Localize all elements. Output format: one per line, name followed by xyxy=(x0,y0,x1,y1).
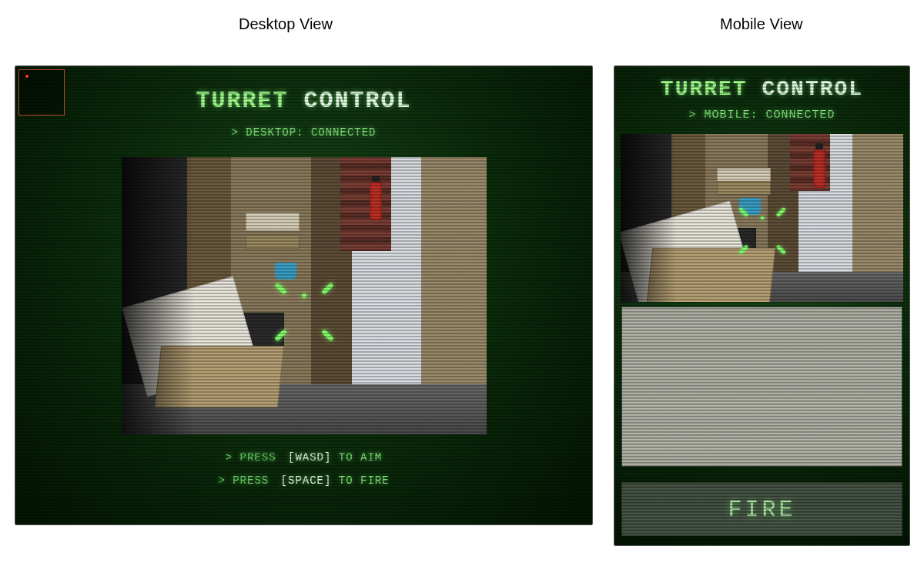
app-title-word1: TURRET xyxy=(196,88,288,114)
app-title-mobile-word1: TURRET xyxy=(661,77,748,101)
hint-aim-key: [WASD] xyxy=(288,451,331,464)
camera-scene xyxy=(122,157,487,434)
app-title: TURRET CONTROL xyxy=(15,88,592,114)
mobile-status-prefix: > MOBILE: xyxy=(688,109,758,122)
desktop-view-label: Desktop View xyxy=(239,15,333,33)
desktop-hints: > PRESS [WASD] TO AIM > PRESS [SPACE] TO… xyxy=(15,451,592,487)
hint-aim-suffix: TO AIM xyxy=(339,451,382,464)
hint-fire-prefix: > PRESS xyxy=(218,474,269,487)
app-title-word2: CONTROL xyxy=(304,88,412,114)
hint-aim: > PRESS [WASD] TO AIM xyxy=(15,451,592,464)
hint-fire-suffix: TO FIRE xyxy=(339,474,390,487)
app-title-mobile-word2: CONTROL xyxy=(762,77,864,101)
minimap[interactable] xyxy=(18,69,65,116)
mobile-panel: TURRET CONTROL > MOBILE: CONNECTED FI xyxy=(614,65,910,546)
minimap-marker-icon xyxy=(25,75,28,78)
camera-scene-mobile xyxy=(621,134,903,302)
app-title-mobile: TURRET CONTROL xyxy=(614,77,909,101)
fire-button[interactable]: FIRE xyxy=(621,482,902,536)
fire-extinguisher-icon xyxy=(370,182,382,220)
desktop-panel: TURRET CONTROL > DESKTOP: CONNECTED xyxy=(15,65,593,525)
desktop-status-value: CONNECTED xyxy=(311,126,377,139)
panel-divider xyxy=(621,473,902,476)
hint-fire: > PRESS [SPACE] TO FIRE xyxy=(15,474,592,487)
hint-fire-key: [SPACE] xyxy=(281,474,332,487)
mobile-status: > MOBILE: CONNECTED xyxy=(614,109,909,122)
desktop-status: > DESKTOP: CONNECTED xyxy=(15,126,592,139)
mobile-view-label: Mobile View xyxy=(720,15,802,33)
mobile-status-value: CONNECTED xyxy=(766,109,835,122)
hint-aim-prefix: > PRESS xyxy=(226,451,276,464)
desktop-status-prefix: > DESKTOP: xyxy=(231,126,303,139)
desktop-camera-feed[interactable] xyxy=(122,157,487,434)
mobile-camera-feed[interactable] xyxy=(621,134,903,302)
fire-extinguisher-icon xyxy=(813,149,825,188)
aim-touchpad[interactable] xyxy=(621,307,902,467)
